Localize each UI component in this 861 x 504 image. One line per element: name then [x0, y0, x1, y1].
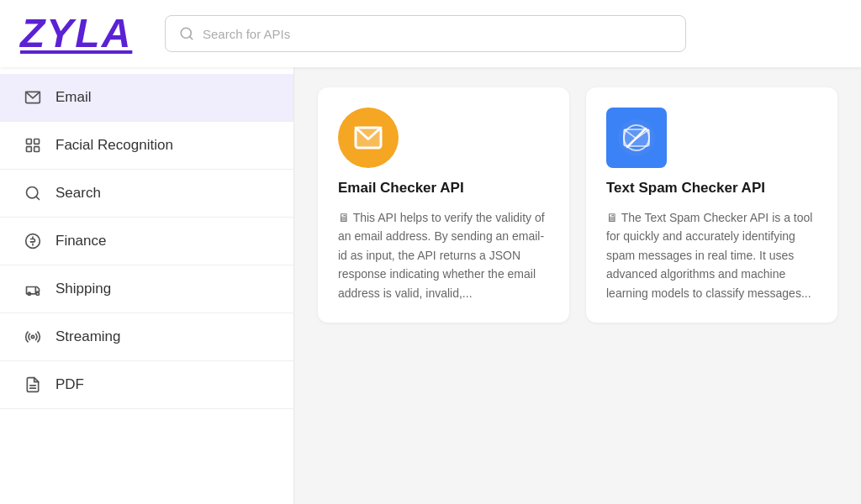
card-text-spam-checker[interactable]: Text Spam Checker API 🖥 The Text Spam Ch… — [586, 87, 837, 323]
spam-checker-icon — [606, 108, 667, 168]
svg-point-12 — [36, 292, 39, 295]
svg-rect-6 — [34, 147, 40, 152]
main-layout: Email Facial Recognition Search — [0, 67, 861, 504]
email-checker-icon — [338, 108, 399, 168]
shipping-icon — [24, 281, 42, 297]
finance-icon — [24, 233, 42, 249]
sidebar-item-email[interactable]: Email — [0, 74, 293, 122]
sidebar: Email Facial Recognition Search — [0, 67, 294, 504]
sidebar-item-streaming[interactable]: Streaming — [0, 313, 293, 361]
sidebar-label-streaming: Streaming — [55, 328, 120, 345]
svg-rect-4 — [34, 139, 40, 144]
sidebar-label-email: Email — [55, 89, 92, 106]
sidebar-label-pdf: PDF — [55, 376, 84, 393]
sidebar-item-finance[interactable]: Finance — [0, 218, 293, 265]
search-sidebar-icon — [24, 185, 42, 202]
svg-point-13 — [31, 335, 34, 338]
spam-checker-description: 🖥 The Text Spam Checker API is a tool fo… — [606, 208, 817, 302]
facial-recognition-icon — [24, 137, 42, 154]
email-checker-title: Email Checker API — [338, 180, 549, 197]
streaming-icon — [24, 328, 42, 345]
sidebar-label-facial: Facial Recognition — [55, 137, 173, 154]
sidebar-item-shipping[interactable]: Shipping — [0, 265, 293, 313]
logo[interactable]: ZYLA — [20, 13, 138, 54]
cards-grid: Email Checker API 🖥 This API helps to ve… — [318, 87, 837, 323]
email-icon — [24, 89, 42, 106]
svg-rect-5 — [27, 147, 32, 152]
search-bar — [165, 15, 686, 52]
svg-line-1 — [189, 36, 192, 39]
svg-rect-3 — [27, 139, 32, 144]
svg-line-8 — [36, 197, 40, 200]
header: ZYLA — [0, 0, 861, 67]
email-checker-description: 🖥 This API helps to verify the validity … — [338, 208, 549, 302]
spam-checker-title: Text Spam Checker API — [606, 180, 817, 197]
pdf-icon — [24, 376, 42, 393]
sidebar-label-finance: Finance — [55, 233, 106, 249]
sidebar-label-search: Search — [55, 185, 101, 202]
search-input[interactable] — [203, 27, 672, 41]
content-area: Email Checker API 🖥 This API helps to ve… — [294, 67, 861, 504]
sidebar-label-shipping: Shipping — [55, 281, 111, 297]
card-email-checker[interactable]: Email Checker API 🖥 This API helps to ve… — [318, 87, 569, 323]
sidebar-item-search[interactable]: Search — [0, 170, 293, 218]
sidebar-item-pdf[interactable]: PDF — [0, 361, 293, 409]
search-icon — [179, 26, 194, 41]
sidebar-item-facial-recognition[interactable]: Facial Recognition — [0, 122, 293, 170]
